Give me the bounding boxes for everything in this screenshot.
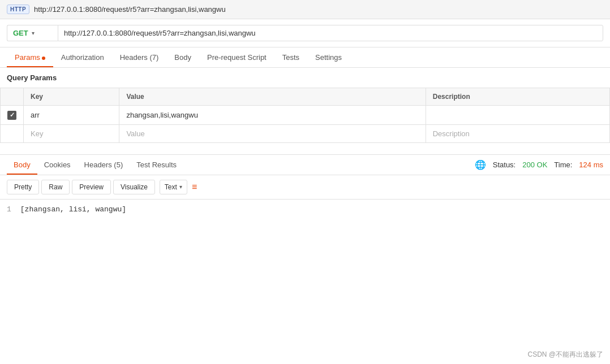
text-format-select[interactable]: Text ▾ <box>160 180 187 194</box>
tab-tests[interactable]: Tests <box>274 47 307 67</box>
request-tabs: Params Authorization Headers (7) Body Pr… <box>0 47 610 68</box>
text-chevron-icon: ▾ <box>179 184 182 190</box>
raw-button[interactable]: Raw <box>41 180 70 194</box>
wrap-lines-icon[interactable]: ≡ <box>192 182 197 192</box>
empty-key[interactable]: Key <box>24 124 119 142</box>
checkbox-checked[interactable]: ✓ <box>7 111 16 120</box>
empty-checkbox-cell <box>1 124 24 142</box>
response-body: 1 [zhangsan, lisi, wangwu] <box>0 200 610 219</box>
response-content: [zhangsan, lisi, wangwu] <box>20 205 126 214</box>
empty-description[interactable]: Description <box>426 124 609 142</box>
col-checkbox <box>1 88 24 106</box>
response-tab-body[interactable]: Body <box>7 155 37 175</box>
col-description: Description <box>426 88 609 106</box>
preview-button[interactable]: Preview <box>72 180 111 194</box>
pretty-button[interactable]: Pretty <box>7 180 39 194</box>
row-checkbox-cell[interactable]: ✓ <box>1 106 24 125</box>
tab-params[interactable]: Params <box>7 47 53 67</box>
status-value: 200 OK <box>522 161 547 169</box>
line-number: 1 <box>7 205 11 214</box>
params-table: Key Value Description ✓ arr zhangsan,lis… <box>0 88 610 143</box>
method-text: GET <box>13 29 28 37</box>
col-value: Value <box>119 88 426 106</box>
table-row: ✓ arr zhangsan,lisi,wangwu <box>1 106 610 125</box>
url-input[interactable] <box>58 25 603 41</box>
tab-headers[interactable]: Headers (7) <box>112 47 167 67</box>
response-tab-cookies[interactable]: Cookies <box>37 155 78 175</box>
tab-authorization[interactable]: Authorization <box>53 47 112 67</box>
col-key: Key <box>24 88 119 106</box>
table-empty-row: Key Value Description <box>1 124 610 142</box>
response-tabs: Body Cookies Headers (5) Test Results 🌐 … <box>0 155 610 175</box>
tab-settings[interactable]: Settings <box>307 47 350 67</box>
globe-icon[interactable]: 🌐 <box>475 159 486 170</box>
top-bar: HTTP http://127.0.0.1:8080/request/r5?ar… <box>0 0 610 19</box>
text-label: Text <box>165 183 177 191</box>
tab-prerequest[interactable]: Pre-request Script <box>199 47 274 67</box>
time-value: 124 ms <box>579 161 603 169</box>
row-value[interactable]: zhangsan,lisi,wangwu <box>119 106 426 125</box>
top-url: http://127.0.0.1:8080/request/r5?arr=zha… <box>34 5 226 14</box>
http-badge: HTTP <box>7 5 29 14</box>
row-description[interactable] <box>426 106 609 125</box>
response-tab-testresults[interactable]: Test Results <box>130 155 183 175</box>
response-toolbar: Pretty Raw Preview Visualize Text ▾ ≡ <box>0 175 610 200</box>
tab-body[interactable]: Body <box>166 47 199 67</box>
request-bar: GET ▾ <box>0 19 610 47</box>
response-status: 🌐 Status: 200 OK Time: 124 ms <box>475 159 603 170</box>
empty-value[interactable]: Value <box>119 124 426 142</box>
time-label: Time: <box>554 161 572 169</box>
query-params-title: Query Params <box>0 68 610 88</box>
status-label: Status: <box>493 161 516 169</box>
response-tab-headers[interactable]: Headers (5) <box>78 155 130 175</box>
row-key[interactable]: arr <box>24 106 119 125</box>
params-dot <box>42 57 45 60</box>
response-section: Body Cookies Headers (5) Test Results 🌐 … <box>0 154 610 219</box>
chevron-down-icon: ▾ <box>32 30 35 36</box>
visualize-button[interactable]: Visualize <box>113 180 155 194</box>
method-select[interactable]: GET ▾ <box>7 25 58 41</box>
